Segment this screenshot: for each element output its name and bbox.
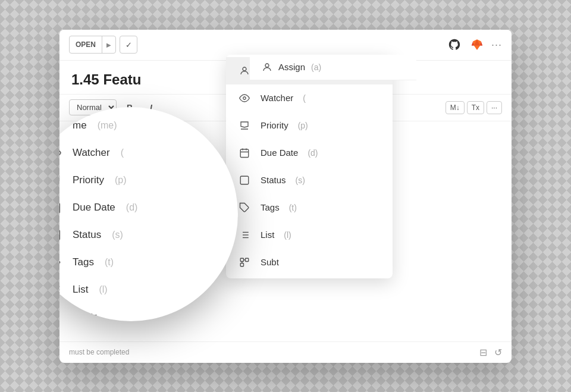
circle-watcher-label: Watcher (73, 147, 110, 159)
tags-shortcut: (t) (289, 203, 297, 212)
tags-label: Tags (261, 202, 280, 212)
circle-list-icon (59, 283, 62, 297)
app-window: OPEN ▶ ✓ ··· (59, 30, 512, 363)
circle-item-priority[interactable]: Priority (p) (59, 167, 238, 194)
svg-rect-16 (246, 258, 249, 261)
due-date-icon (238, 146, 251, 159)
svg-rect-15 (240, 258, 243, 261)
svg-rect-17 (240, 263, 243, 266)
open-label: OPEN (70, 36, 102, 53)
menu-item-watcher[interactable]: Watcher ( (226, 84, 393, 112)
open-arrow-icon[interactable]: ▶ (102, 36, 115, 53)
circle-priority-shortcut: (p) (115, 175, 127, 186)
assign-header-icon (262, 62, 272, 73)
assign-header-item[interactable]: Assign (a) (250, 55, 416, 80)
assign-header-label: Assign (278, 62, 305, 72)
toolbar-right: ··· (446, 36, 502, 53)
list-shortcut: (l) (284, 230, 291, 240)
github-icon[interactable] (446, 36, 463, 53)
circle-me-shortcut: (me) (98, 120, 117, 131)
due-date-shortcut: (d) (308, 148, 318, 158)
page-title: 1.45 Featu (71, 71, 141, 87)
gitlab-icon[interactable] (469, 36, 485, 53)
dropdown-menu: Assign (a) Watcher ( Priority (p) (226, 55, 393, 278)
circle-tags-shortcut: (t) (105, 257, 114, 268)
editor-toolbar-right: M↓ Tx ··· (445, 101, 502, 114)
watcher-icon (238, 92, 251, 105)
print-icon[interactable]: ⊟ (479, 347, 487, 358)
circle-status-icon (59, 228, 62, 242)
list-label: List (261, 230, 274, 240)
circle-item-tags[interactable]: Tags (t) (59, 249, 238, 276)
assign-icon (238, 64, 251, 77)
circle-due-date-label: Due Date (73, 202, 115, 214)
toolbar-left: OPEN ▶ ✓ (69, 36, 137, 54)
circle-item-status[interactable]: Status (s) (59, 221, 238, 249)
circle-due-date-shortcut: (d) (126, 202, 138, 213)
list-icon (238, 228, 251, 242)
editor-footer: must be completed ⊟ ↺ (59, 341, 512, 363)
circle-status-shortcut: (s) (112, 230, 123, 240)
markdown-button[interactable]: M↓ (445, 101, 465, 114)
menu-item-subtask[interactable]: Subt (226, 249, 393, 276)
circle-watcher-shortcut: ( (121, 148, 124, 158)
circle-item-watcher[interactable]: Watcher ( (59, 139, 238, 167)
subtask-icon (238, 256, 251, 269)
svg-rect-3 (240, 149, 249, 158)
history-icon[interactable]: ↺ (494, 347, 502, 358)
footer-text: must be completed (69, 348, 129, 356)
footer-icons: ⊟ ↺ (479, 347, 502, 358)
circle-list-shortcut: (l) (99, 284, 107, 295)
circle-item-due-date[interactable]: Due Date (d) (59, 194, 238, 221)
circle-list-label: List (73, 284, 88, 296)
tags-icon (238, 201, 251, 214)
circle-status-label: Status (73, 229, 101, 241)
status-shortcut: (s) (296, 175, 305, 185)
circle-tags-label: Tags (73, 256, 94, 268)
menu-item-status[interactable]: Status (s) (226, 167, 393, 194)
circle-tags-icon (59, 255, 62, 269)
svg-point-36 (265, 64, 269, 67)
circle-watcher-icon (59, 146, 62, 160)
svg-point-0 (243, 67, 246, 71)
open-button[interactable]: OPEN ▶ (69, 36, 116, 54)
more-options[interactable]: ··· (491, 39, 502, 51)
svg-point-1 (243, 96, 246, 99)
assign-header-shortcut: (a) (311, 62, 321, 72)
menu-item-tags[interactable]: Tags (t) (226, 194, 393, 221)
menu-item-due-date[interactable]: Due Date (d) (226, 139, 393, 167)
priority-icon (238, 119, 251, 132)
priority-label: Priority (261, 120, 288, 130)
editor-more-button[interactable]: ··· (487, 101, 502, 114)
status-label: Status (261, 175, 286, 185)
menu-item-list[interactable]: List (l) (226, 221, 393, 249)
priority-shortcut: (p) (298, 121, 308, 130)
circle-priority-label: Priority (73, 174, 104, 186)
circle-due-date-icon (59, 200, 62, 215)
checkmark-button[interactable]: ✓ (120, 36, 137, 54)
subtask-label: Subt (261, 257, 279, 267)
watcher-label: Watcher (261, 93, 293, 103)
tx-button[interactable]: Tx (467, 101, 484, 114)
circle-priority-icon (59, 173, 62, 187)
svg-rect-7 (240, 176, 249, 184)
watcher-shortcut: ( (303, 93, 306, 103)
menu-item-priority[interactable]: Priority (p) (226, 112, 393, 139)
due-date-label: Due Date (261, 148, 298, 158)
status-icon (238, 174, 251, 187)
